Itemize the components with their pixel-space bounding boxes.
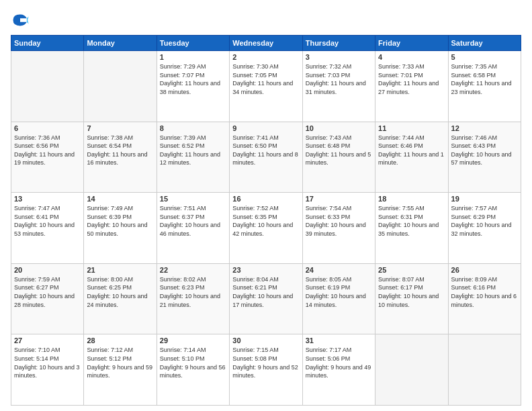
weekday-header-wednesday: Wednesday [230,36,302,51]
day-info: Sunrise: 7:52 AMSunset: 6:35 PMDaylight:… [232,204,299,238]
day-number: 15 [160,195,226,203]
calendar-cell: 24Sunrise: 8:05 AMSunset: 6:19 PMDayligh… [302,263,375,334]
day-info: Sunrise: 7:41 AMSunset: 6:50 PMDaylight:… [232,134,299,167]
calendar-cell: 31Sunrise: 7:17 AMSunset: 5:06 PMDayligh… [302,334,375,406]
day-number: 9 [232,124,299,132]
day-info: Sunrise: 8:00 AMSunset: 6:25 PMDaylight:… [87,275,153,309]
day-number: 28 [87,336,153,345]
calendar-cell: 25Sunrise: 8:07 AMSunset: 6:17 PMDayligh… [375,263,448,334]
calendar-cell: 22Sunrise: 8:02 AMSunset: 6:23 PMDayligh… [157,263,229,334]
day-info: Sunrise: 8:04 AMSunset: 6:21 PMDaylight:… [232,275,299,309]
day-info: Sunrise: 7:47 AMSunset: 6:41 PMDaylight:… [14,204,81,238]
calendar-cell: 20Sunrise: 7:59 AMSunset: 6:27 PMDayligh… [11,263,84,334]
calendar-cell: 6Sunrise: 7:36 AMSunset: 6:56 PMDaylight… [11,122,84,193]
day-number: 17 [306,195,372,203]
calendar-cell: 15Sunrise: 7:51 AMSunset: 6:37 PMDayligh… [157,193,229,264]
weekday-header-tuesday: Tuesday [157,36,229,51]
logo [11,11,32,30]
day-number: 7 [87,124,153,132]
calendar-cell: 2Sunrise: 7:30 AMSunset: 7:05 PMDaylight… [230,51,302,122]
calendar-cell: 3Sunrise: 7:32 AMSunset: 7:03 PMDaylight… [302,51,375,122]
day-number: 26 [451,266,518,274]
day-info: Sunrise: 7:59 AMSunset: 6:27 PMDaylight:… [14,275,81,309]
calendar-cell: 12Sunrise: 7:46 AMSunset: 6:43 PMDayligh… [448,122,521,193]
calendar-cell: 11Sunrise: 7:44 AMSunset: 6:46 PMDayligh… [375,122,448,193]
day-number: 12 [451,124,518,132]
logo-icon [11,11,30,30]
day-info: Sunrise: 7:29 AMSunset: 7:07 PMDaylight:… [160,62,226,96]
day-info: Sunrise: 7:55 AMSunset: 6:31 PMDaylight:… [378,204,445,238]
day-number: 11 [378,124,445,132]
calendar-cell: 7Sunrise: 7:38 AMSunset: 6:54 PMDaylight… [84,122,157,193]
weekday-header-sunday: Sunday [11,36,84,51]
day-number: 16 [232,195,299,203]
day-info: Sunrise: 7:49 AMSunset: 6:39 PMDaylight:… [87,204,153,238]
calendar-cell: 29Sunrise: 7:14 AMSunset: 5:10 PMDayligh… [157,334,229,406]
day-number: 22 [160,266,226,274]
calendar-cell: 1Sunrise: 7:29 AMSunset: 7:07 PMDaylight… [157,51,229,122]
calendar-cell: 14Sunrise: 7:49 AMSunset: 6:39 PMDayligh… [84,193,157,264]
calendar-cell: 28Sunrise: 7:12 AMSunset: 5:12 PMDayligh… [84,334,157,406]
day-info: Sunrise: 7:10 AMSunset: 5:14 PMDaylight:… [14,346,81,379]
day-number: 18 [378,195,445,203]
day-number: 23 [232,266,299,274]
day-number: 30 [232,336,299,345]
day-number: 24 [306,266,372,274]
calendar-cell: 17Sunrise: 7:54 AMSunset: 6:33 PMDayligh… [302,193,375,264]
day-number: 25 [378,266,445,274]
calendar-cell [375,334,448,406]
weekday-header-monday: Monday [84,36,157,51]
day-number: 29 [160,336,226,345]
day-info: Sunrise: 7:35 AMSunset: 6:58 PMDaylight:… [451,62,518,96]
day-info: Sunrise: 7:57 AMSunset: 6:29 PMDaylight:… [451,204,518,238]
day-info: Sunrise: 7:14 AMSunset: 5:10 PMDaylight:… [160,346,226,379]
day-info: Sunrise: 7:32 AMSunset: 7:03 PMDaylight:… [306,62,372,96]
calendar-cell: 26Sunrise: 8:09 AMSunset: 6:16 PMDayligh… [448,263,521,334]
calendar-cell: 9Sunrise: 7:41 AMSunset: 6:50 PMDaylight… [230,122,302,193]
day-number: 13 [14,195,81,203]
calendar: SundayMondayTuesdayWednesdayThursdayFrid… [11,35,521,406]
day-info: Sunrise: 7:36 AMSunset: 6:56 PMDaylight:… [14,134,81,167]
weekday-header-friday: Friday [375,36,448,51]
day-number: 5 [451,53,518,61]
day-info: Sunrise: 7:51 AMSunset: 6:37 PMDaylight:… [160,204,226,238]
calendar-cell [11,51,84,122]
day-info: Sunrise: 7:44 AMSunset: 6:46 PMDaylight:… [378,134,445,167]
day-number: 14 [87,195,153,203]
day-info: Sunrise: 8:05 AMSunset: 6:19 PMDaylight:… [306,275,372,309]
day-number: 31 [306,336,372,345]
calendar-cell: 13Sunrise: 7:47 AMSunset: 6:41 PMDayligh… [11,193,84,264]
calendar-cell: 23Sunrise: 8:04 AMSunset: 6:21 PMDayligh… [230,263,302,334]
day-number: 8 [160,124,226,132]
weekday-header-saturday: Saturday [448,36,521,51]
day-info: Sunrise: 8:07 AMSunset: 6:17 PMDaylight:… [378,275,445,309]
weekday-header-thursday: Thursday [302,36,375,51]
day-number: 4 [378,53,445,61]
calendar-cell: 19Sunrise: 7:57 AMSunset: 6:29 PMDayligh… [448,193,521,264]
day-info: Sunrise: 7:54 AMSunset: 6:33 PMDaylight:… [306,204,372,238]
calendar-cell: 30Sunrise: 7:15 AMSunset: 5:08 PMDayligh… [230,334,302,406]
day-info: Sunrise: 7:30 AMSunset: 7:05 PMDaylight:… [232,62,299,96]
day-number: 20 [14,266,81,274]
day-number: 10 [306,124,372,132]
calendar-cell: 4Sunrise: 7:33 AMSunset: 7:01 PMDaylight… [375,51,448,122]
day-info: Sunrise: 8:09 AMSunset: 6:16 PMDaylight:… [451,275,518,309]
day-info: Sunrise: 7:39 AMSunset: 6:52 PMDaylight:… [160,134,226,167]
day-info: Sunrise: 7:38 AMSunset: 6:54 PMDaylight:… [87,134,153,167]
calendar-cell: 5Sunrise: 7:35 AMSunset: 6:58 PMDaylight… [448,51,521,122]
calendar-cell: 18Sunrise: 7:55 AMSunset: 6:31 PMDayligh… [375,193,448,264]
calendar-cell: 10Sunrise: 7:43 AMSunset: 6:48 PMDayligh… [302,122,375,193]
day-info: Sunrise: 7:33 AMSunset: 7:01 PMDaylight:… [378,62,445,96]
day-info: Sunrise: 7:15 AMSunset: 5:08 PMDaylight:… [232,346,299,379]
day-info: Sunrise: 7:46 AMSunset: 6:43 PMDaylight:… [451,134,518,167]
calendar-cell: 21Sunrise: 8:00 AMSunset: 6:25 PMDayligh… [84,263,157,334]
day-number: 2 [232,53,299,61]
day-info: Sunrise: 8:02 AMSunset: 6:23 PMDaylight:… [160,275,226,309]
day-number: 19 [451,195,518,203]
calendar-cell: 8Sunrise: 7:39 AMSunset: 6:52 PMDaylight… [157,122,229,193]
calendar-cell: 27Sunrise: 7:10 AMSunset: 5:14 PMDayligh… [11,334,84,406]
day-number: 27 [14,336,81,345]
day-number: 6 [14,124,81,132]
calendar-cell: 16Sunrise: 7:52 AMSunset: 6:35 PMDayligh… [230,193,302,264]
day-number: 1 [160,53,226,61]
